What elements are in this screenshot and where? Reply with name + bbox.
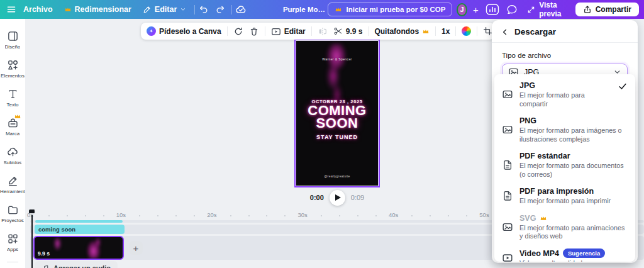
file-type-listbox: JPGEl mejor formato para compartirPNGEl … bbox=[494, 74, 635, 262]
document-title[interactable]: Purple Modern Coming Soon Mobile Video bbox=[283, 6, 328, 13]
crown-icon bbox=[14, 113, 21, 120]
crown-icon bbox=[422, 28, 430, 35]
sidebar-item-proyectos[interactable]: Proyectos bbox=[0, 204, 25, 223]
menu-archivo[interactable]: Archivo bbox=[18, 0, 58, 19]
clip-duration-label: 9.9 s bbox=[38, 250, 50, 257]
option-description: Video en alta calidad bbox=[519, 259, 628, 262]
ruler-tick bbox=[248, 215, 250, 216]
menu-editar[interactable]: Editar bbox=[137, 0, 192, 19]
canvas-subtitle-text[interactable]: STAY TUNED bbox=[296, 134, 378, 140]
ask-canva-button[interactable]: Pídeselo a Canva bbox=[147, 26, 221, 36]
ruler-tick bbox=[339, 215, 340, 216]
apps-icon bbox=[7, 233, 19, 245]
cloud-saved-icon[interactable] bbox=[234, 4, 248, 15]
file-type-option-pdf-estandar[interactable]: PDF estándarEl mejor formato para docume… bbox=[494, 147, 635, 182]
document-icon bbox=[502, 159, 513, 170]
divider bbox=[7, 262, 18, 262]
sidebar-item-apps[interactable]: Apps bbox=[0, 233, 25, 252]
canvas-handle-text[interactable]: @reallygreatsite bbox=[296, 174, 378, 178]
crown-icon bbox=[540, 215, 547, 222]
edit-video-button[interactable]: Editar bbox=[271, 26, 306, 36]
sidebar-item-label: Subidos bbox=[4, 160, 22, 165]
image-icon bbox=[502, 124, 513, 135]
canva-editor: Archivo Redimensionar Editar Purple Mode… bbox=[0, 0, 644, 268]
video-icon bbox=[502, 252, 513, 262]
sidebar-item-subidos[interactable]: Subidos bbox=[0, 146, 25, 165]
file-type-option-video-mp4[interactable]: Video MP4SugerenciaVideo en alta calidad bbox=[494, 245, 635, 262]
image-icon bbox=[502, 89, 513, 100]
ruler-tick bbox=[411, 215, 413, 216]
back-chevron-icon[interactable] bbox=[501, 28, 509, 36]
redo-icon[interactable] bbox=[214, 4, 226, 14]
sidebar-item-diseno[interactable]: Diseño bbox=[0, 30, 25, 50]
context-toolbar: Pídeselo a Canva Editar 9.9 s Quitafondo… bbox=[141, 23, 494, 40]
file-type-option-jpg[interactable]: JPGEl mejor formato para compartir bbox=[494, 77, 635, 112]
expand-icon bbox=[527, 6, 535, 14]
option-title: PNG bbox=[519, 116, 536, 126]
canvas-title-text[interactable]: COMINGSOON bbox=[296, 104, 378, 130]
trial-button[interactable]: Iniciar mi prueba por $0 COP bbox=[328, 3, 452, 16]
comments-bubble-icon[interactable] bbox=[505, 4, 519, 15]
menu-redimensionar[interactable]: Redimensionar bbox=[58, 0, 137, 19]
uploads-icon bbox=[7, 146, 19, 158]
sidebar-item-texto[interactable]: Texto bbox=[0, 88, 25, 108]
option-description: El mejor formato para documentos (o corr… bbox=[519, 162, 628, 179]
add-scene-button[interactable]: + bbox=[129, 241, 143, 255]
delete-trash-icon[interactable] bbox=[249, 26, 259, 36]
ruler-tick bbox=[194, 215, 195, 216]
add-audio-button[interactable]: Agregar un audio bbox=[35, 261, 118, 268]
divider bbox=[435, 26, 436, 36]
video-frame-icon bbox=[271, 26, 281, 36]
file-type-option-png[interactable]: PNGEl mejor formato para imágenes o ilus… bbox=[494, 112, 635, 147]
ruler-label: 30s bbox=[298, 211, 308, 218]
share-button[interactable]: Compartir bbox=[575, 3, 639, 16]
ruler-tick bbox=[139, 215, 140, 216]
option-description: El mejor formato para animaciones y dise… bbox=[519, 224, 628, 241]
option-description: El mejor formato para imágenes o ilustra… bbox=[519, 126, 628, 143]
loop-refresh-icon[interactable] bbox=[233, 26, 243, 36]
avatar[interactable]: J bbox=[457, 3, 467, 16]
divider bbox=[227, 26, 228, 36]
pencil-icon bbox=[143, 5, 152, 14]
projects-icon bbox=[7, 204, 19, 216]
insights-chart-icon[interactable] bbox=[484, 3, 501, 16]
trim-duration-button[interactable]: 9.9 s bbox=[333, 26, 363, 36]
undo-icon[interactable] bbox=[197, 4, 210, 14]
sidebar-item-label: Apps bbox=[7, 247, 18, 252]
sidebar-item-marca[interactable]: Marca bbox=[0, 117, 25, 137]
divider bbox=[311, 26, 312, 36]
flip-disabled-icon[interactable] bbox=[318, 26, 328, 36]
ruler-tick bbox=[448, 215, 449, 216]
canvas-page[interactable]: Warner & Spencer OCTOBER 23 , 2025 COMIN… bbox=[296, 41, 378, 186]
timeline-playhead[interactable] bbox=[29, 209, 35, 213]
video-clip[interactable]: 9.9 s bbox=[33, 236, 124, 260]
ruler-label: 50s bbox=[479, 211, 489, 218]
option-title: JPG bbox=[519, 81, 535, 91]
playback-speed-button[interactable]: 1x bbox=[441, 27, 450, 36]
crown-icon bbox=[64, 6, 72, 13]
ruler-tick bbox=[230, 215, 231, 216]
hamburger-menu-icon[interactable] bbox=[5, 4, 18, 14]
playback-controls: 0:00 0:09 bbox=[274, 189, 400, 206]
option-title: Video MP4 bbox=[519, 248, 559, 259]
sidebar-item-elementos[interactable]: Elementos bbox=[0, 59, 25, 79]
element-strip[interactable] bbox=[35, 220, 123, 223]
divider bbox=[477, 26, 477, 36]
option-description: El mejor formato para compartir bbox=[519, 91, 611, 108]
play-button[interactable] bbox=[330, 190, 345, 206]
canvas-brand-text[interactable]: Warner & Spencer bbox=[296, 57, 378, 61]
color-wheel-icon[interactable] bbox=[462, 26, 471, 36]
sidebar-item-herramientas[interactable]: Herramient... bbox=[0, 175, 25, 194]
add-member-button[interactable]: + bbox=[472, 4, 480, 15]
file-type-option-svg[interactable]: SVGEl mejor formato para animaciones y d… bbox=[494, 209, 635, 245]
current-time: 0:00 bbox=[310, 194, 324, 201]
file-type-option-pdf-impresion[interactable]: PDF para impresiónEl mejor formato para … bbox=[494, 182, 635, 209]
text-icon bbox=[7, 88, 19, 100]
ruler-tick bbox=[103, 215, 104, 216]
background-remover-button[interactable]: Quitafondos bbox=[374, 27, 430, 36]
text-clip[interactable]: coming soon bbox=[35, 225, 125, 234]
ruler-tick bbox=[430, 215, 431, 216]
divider bbox=[455, 26, 456, 36]
preview-button[interactable]: Vista previa bbox=[523, 1, 571, 18]
tools-icon bbox=[7, 175, 19, 187]
